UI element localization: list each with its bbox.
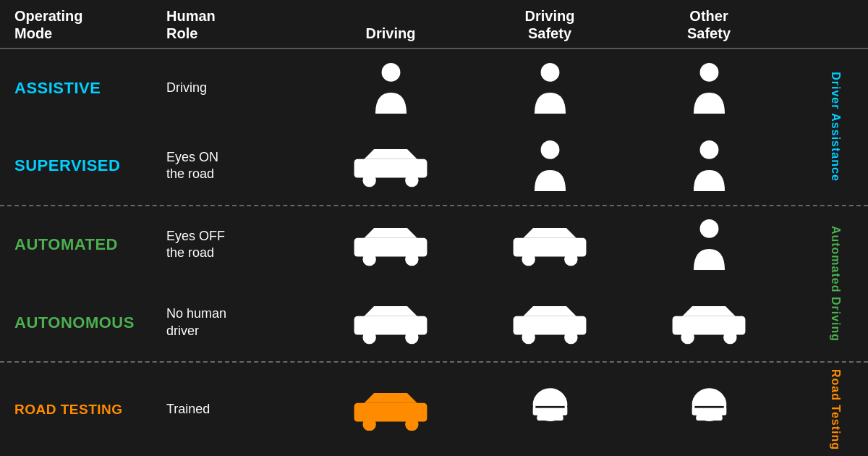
dsafety-assistive xyxy=(470,63,629,114)
helmet-icon xyxy=(530,386,570,433)
driver-rows: ASSISTIVE Driving xyxy=(0,49,803,205)
driving-assistive xyxy=(311,63,470,114)
role-road-testing: Trained xyxy=(166,401,311,418)
person-icon xyxy=(530,63,570,114)
row-automated: AUTOMATED Eyes OFF the road xyxy=(0,206,803,284)
svg-point-27 xyxy=(405,418,418,431)
car-orange-icon xyxy=(351,389,430,431)
mode-assistive: ASSISTIVE xyxy=(0,79,166,98)
osafety-supervised xyxy=(629,140,788,191)
dsafety-road-testing xyxy=(470,386,629,433)
svg-point-2 xyxy=(699,63,718,82)
driving-automated xyxy=(311,223,470,266)
person-icon xyxy=(689,63,729,114)
section-automated-body: AUTOMATED Eyes OFF the road xyxy=(0,206,868,362)
mode-automated-label: AUTOMATED xyxy=(14,235,118,253)
car-icon xyxy=(510,301,590,345)
svg-rect-16 xyxy=(354,316,427,334)
mode-road-testing: ROAD TESTING xyxy=(0,402,166,418)
svg-rect-35 xyxy=(694,406,723,408)
driving-autonomous xyxy=(311,301,470,345)
section-road-body: ROAD TESTING Trained xyxy=(0,363,868,456)
automated-rows: AUTOMATED Eyes OFF the road xyxy=(0,206,803,362)
header-osafety: Other Safety xyxy=(629,7,788,42)
osafety-assistive xyxy=(629,63,788,114)
svg-rect-30 xyxy=(537,415,563,421)
svg-point-11 xyxy=(405,253,418,266)
svg-rect-9 xyxy=(354,238,427,257)
section-driver-assistance: ASSISTIVE Driving xyxy=(0,49,868,206)
row-road-testing: ROAD TESTING Trained xyxy=(0,363,803,456)
mode-autonomous-label: AUTONOMOUS xyxy=(14,313,135,332)
main-container: Operating Mode Human Role Driving Drivin… xyxy=(0,0,868,456)
person-icon xyxy=(689,140,729,191)
osafety-road-testing xyxy=(629,386,788,433)
svg-point-17 xyxy=(363,331,376,344)
role-automated: Eyes OFF the road xyxy=(166,228,311,262)
side-automated-label: Automated Driving xyxy=(829,226,842,342)
header-role: Human Role xyxy=(166,7,311,42)
header-osafety-label: Other Safety xyxy=(629,7,788,42)
mode-supervised: SUPERVISED xyxy=(0,156,166,175)
header-driving-label: Driving xyxy=(311,25,470,42)
svg-point-7 xyxy=(540,140,559,159)
svg-point-18 xyxy=(405,331,418,344)
header-dsafety-label: Driving Safety xyxy=(470,7,629,42)
svg-point-23 xyxy=(681,331,694,344)
svg-point-0 xyxy=(381,63,400,82)
side-road-label: Road Testing xyxy=(829,369,842,450)
car-icon xyxy=(669,301,749,345)
mode-autonomous: AUTONOMOUS xyxy=(0,313,166,332)
svg-point-15 xyxy=(699,219,718,238)
dsafety-supervised xyxy=(470,140,629,191)
side-road-testing: Road Testing xyxy=(803,363,868,456)
road-rows: ROAD TESTING Trained xyxy=(0,363,803,456)
side-automated-driving: Automated Driving xyxy=(803,206,868,362)
row-autonomous: AUTONOMOUS No human driver xyxy=(0,284,803,361)
mode-automated: AUTOMATED xyxy=(0,235,166,254)
svg-point-24 xyxy=(723,331,736,344)
svg-rect-34 xyxy=(696,415,723,421)
header-dsafety: Driving Safety xyxy=(470,7,629,42)
row-assistive: ASSISTIVE Driving xyxy=(0,49,803,127)
car-icon xyxy=(351,223,430,266)
header-mode: Operating Mode xyxy=(0,7,166,42)
driving-road-testing xyxy=(311,389,470,431)
role-supervised: Eyes ON the road xyxy=(166,149,311,183)
svg-point-10 xyxy=(363,253,376,266)
svg-point-14 xyxy=(564,253,577,266)
mode-assistive-label: ASSISTIVE xyxy=(14,79,101,97)
svg-point-26 xyxy=(363,418,376,431)
person-icon xyxy=(371,63,411,114)
svg-point-13 xyxy=(522,253,535,266)
svg-rect-31 xyxy=(535,406,564,408)
section-driver-body: ASSISTIVE Driving xyxy=(0,49,868,205)
section-road-testing: ROAD TESTING Trained xyxy=(0,363,868,456)
mode-road-testing-label: ROAD TESTING xyxy=(14,402,123,417)
header-mode-label: Operating Mode xyxy=(14,7,166,42)
car-icon xyxy=(351,144,430,187)
svg-rect-19 xyxy=(514,316,587,334)
side-driver-label: Driver Assistance xyxy=(829,72,842,182)
car-icon xyxy=(510,223,590,266)
section-automated-driving: AUTOMATED Eyes OFF the road xyxy=(0,206,868,363)
header-driving: Driving xyxy=(311,25,470,42)
svg-point-8 xyxy=(699,140,718,159)
person-icon xyxy=(689,219,729,270)
car-icon xyxy=(351,301,430,345)
role-assistive: Driving xyxy=(166,80,311,96)
header-role-label: Human Role xyxy=(166,7,311,42)
svg-point-20 xyxy=(522,331,535,344)
svg-point-21 xyxy=(564,331,577,344)
osafety-automated xyxy=(629,219,788,270)
dsafety-automated xyxy=(470,223,629,266)
svg-rect-12 xyxy=(514,238,587,257)
helmet-icon xyxy=(689,386,729,433)
svg-rect-22 xyxy=(673,316,746,334)
header-row: Operating Mode Human Role Driving Drivin… xyxy=(0,0,868,49)
osafety-autonomous xyxy=(629,301,788,345)
person-icon xyxy=(530,140,570,191)
row-supervised: SUPERVISED Eyes ON the road xyxy=(0,127,803,204)
svg-rect-25 xyxy=(354,402,427,421)
driving-supervised xyxy=(311,144,470,187)
